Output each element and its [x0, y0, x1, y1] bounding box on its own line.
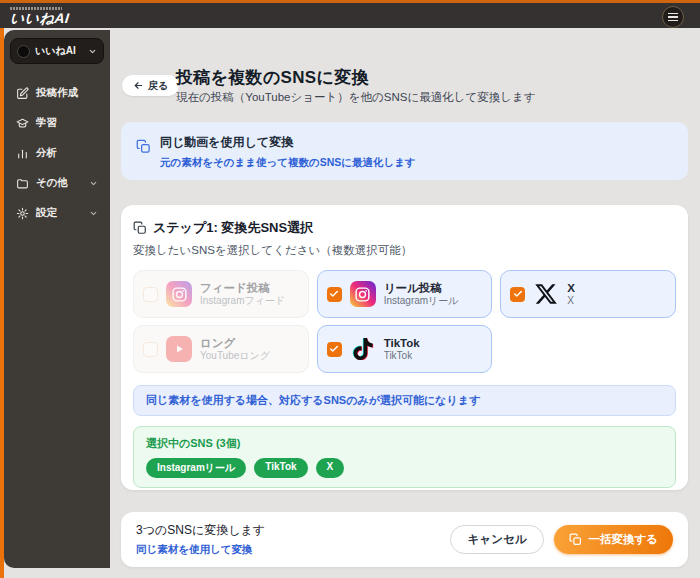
workspace-selector[interactable]: いいねAI — [10, 38, 104, 64]
step1-subtitle: 変換したいSNSを選択してください（複数選択可能） — [133, 243, 676, 258]
app-logo[interactable]: いいねAI — [10, 7, 69, 25]
sidebar-item-analytics[interactable]: 分析 — [10, 138, 104, 168]
option-subtitle: Instagramリール — [384, 295, 459, 308]
copy-icon — [136, 139, 151, 170]
option-title: フィード投稿 — [200, 281, 285, 295]
cancel-button[interactable]: キャンセル — [450, 525, 545, 554]
checkbox-checked[interactable] — [327, 342, 342, 357]
workspace-label: いいねAI — [35, 44, 76, 58]
sidebar-nav: 投稿作成 学習 分析 その他 — [10, 78, 104, 228]
info-banner-title: 同じ動画を使用して変換 — [160, 134, 416, 151]
option-title: リール投稿 — [384, 281, 459, 295]
main-content: 戻る 投稿を複数のSNSに変換 現在の投稿（YouTubeショート）を他のSNS… — [120, 28, 700, 578]
instagram-icon — [166, 281, 192, 307]
sns-option-instagram-feed: フィード投稿 Instagramフィード — [133, 270, 309, 318]
chevron-down-icon — [89, 179, 98, 188]
x-icon — [533, 281, 559, 307]
copy-icon — [569, 533, 582, 546]
arrow-left-icon — [133, 80, 144, 91]
sidebar-item-label: その他 — [36, 176, 68, 190]
sns-option-tiktok[interactable]: TikTok TikTok — [317, 325, 493, 373]
copy-icon — [133, 221, 147, 235]
option-title: X — [567, 281, 575, 295]
chevron-down-icon — [89, 209, 98, 218]
hamburger-menu-button[interactable] — [662, 6, 684, 28]
sns-options-grid: フィード投稿 Instagramフィード リー — [133, 270, 676, 373]
step1-card: ステップ1: 変換先SNS選択 変換したいSNSを選択してください（複数選択可能… — [121, 205, 688, 490]
page-title: 投稿を複数のSNSに変換 — [176, 66, 369, 89]
sns-option-x[interactable]: X X — [500, 270, 676, 318]
empty-grid-cell — [500, 325, 676, 373]
sns-badge-instagram-reel: Instagramリール — [146, 458, 246, 478]
bar-chart-icon — [16, 147, 29, 160]
logo-text: いいねAI — [9, 11, 70, 25]
option-title: TikTok — [384, 336, 420, 350]
checkbox-unchecked — [143, 342, 158, 357]
tiktok-icon — [350, 336, 376, 362]
material-note: 同じ素材を使用する場合、対応するSNSのみが選択可能になります — [133, 385, 676, 416]
option-subtitle: X — [567, 295, 575, 308]
option-subtitle: Instagramフィード — [200, 295, 285, 308]
sns-badge-x: X — [316, 458, 345, 478]
checkbox-unchecked — [143, 287, 158, 302]
page-subtitle: 現在の投稿（YouTubeショート）を他のSNSに最適化して変換します — [176, 90, 536, 105]
sidebar-item-post-create[interactable]: 投稿作成 — [10, 78, 104, 108]
sidebar-item-label: 設定 — [36, 206, 57, 220]
sidebar-item-label: 学習 — [36, 116, 57, 130]
selected-sns-label: 選択中のSNS (3個) — [146, 436, 663, 451]
compose-icon — [16, 87, 29, 100]
info-banner: 同じ動画を使用して変換 元の素材をそのまま使って複数のSNSに最適化します — [121, 122, 688, 180]
conversion-mode-note: 同じ素材を使用して変換 — [136, 543, 265, 557]
sns-badge-tiktok: TikTok — [254, 458, 307, 478]
conversion-summary: 3つのSNSに変換します — [136, 522, 265, 539]
folder-icon — [16, 177, 29, 190]
footer-action-bar: 3つのSNSに変換します 同じ素材を使用して変換 キャンセル 一括変換する — [121, 512, 688, 567]
sns-option-youtube-long: ロング YouTubeロング — [133, 325, 309, 373]
youtube-icon — [166, 336, 192, 362]
app-window: いいねAI いいねAI 投稿作成 学習 — [0, 0, 700, 578]
sidebar-item-label: 投稿作成 — [36, 86, 78, 100]
chevron-down-icon — [88, 47, 97, 56]
step1-title: ステップ1: 変換先SNS選択 — [153, 219, 313, 237]
back-button[interactable]: 戻る — [122, 75, 179, 96]
sidebar-item-settings[interactable]: 設定 — [10, 198, 104, 228]
instagram-icon — [350, 281, 376, 307]
option-subtitle: TikTok — [384, 350, 420, 363]
sidebar-item-label: 分析 — [36, 146, 57, 160]
option-title: ロング — [200, 336, 270, 350]
gear-icon — [16, 207, 29, 220]
option-subtitle: YouTubeロング — [200, 350, 270, 363]
sns-option-instagram-reel[interactable]: リール投稿 Instagramリール — [317, 270, 493, 318]
checkbox-checked[interactable] — [510, 287, 525, 302]
info-banner-subtitle: 元の素材をそのまま使って複数のSNSに最適化します — [160, 156, 416, 170]
checkbox-checked[interactable] — [327, 287, 342, 302]
bulk-convert-button[interactable]: 一括変換する — [554, 525, 673, 554]
selected-sns-summary: 選択中のSNS (3個) Instagramリール TikTok X — [133, 426, 676, 488]
sidebar-item-others[interactable]: その他 — [10, 168, 104, 198]
graduation-cap-icon — [16, 117, 29, 130]
workspace-avatar — [17, 45, 30, 58]
sidebar: いいねAI 投稿作成 学習 分析 — [4, 30, 110, 568]
top-bar: いいねAI — [0, 0, 700, 28]
sidebar-item-learning[interactable]: 学習 — [10, 108, 104, 138]
